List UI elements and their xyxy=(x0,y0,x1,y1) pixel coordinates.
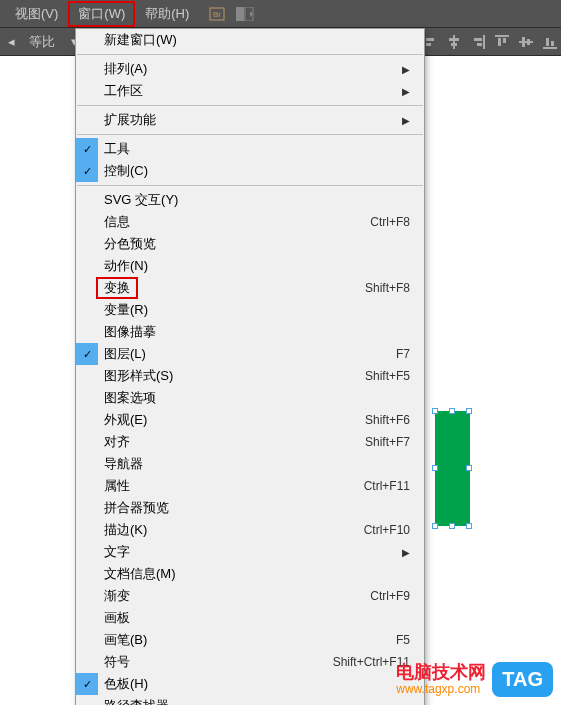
menubar: 视图(V) 窗口(W) 帮助(H) Br xyxy=(0,0,561,28)
svg-rect-14 xyxy=(498,38,501,46)
selection-handle[interactable] xyxy=(432,523,438,529)
menu-extensions[interactable]: 扩展功能▶ xyxy=(76,109,424,131)
svg-rect-16 xyxy=(519,41,533,43)
menu-swatches[interactable]: ✓色板(H) xyxy=(76,673,424,695)
menu-info[interactable]: 信息Ctrl+F8 xyxy=(76,211,424,233)
menu-shortcut: Ctrl+F10 xyxy=(364,523,410,537)
align-bottom-icon[interactable] xyxy=(539,31,561,53)
checkmark-icon: ✓ xyxy=(76,673,98,695)
chevron-right-icon: ▶ xyxy=(402,86,410,97)
selection-handle[interactable] xyxy=(466,523,472,529)
svg-rect-10 xyxy=(483,35,485,49)
align-vcenter-icon[interactable] xyxy=(515,31,537,53)
watermark-text: 电脑技术网 xyxy=(396,663,486,683)
menu-graphic-styles[interactable]: 图形样式(S)Shift+F5 xyxy=(76,365,424,387)
svg-rect-19 xyxy=(543,47,557,49)
menu-shortcut: Shift+F8 xyxy=(365,281,410,295)
menu-separator xyxy=(77,134,423,135)
menu-separator xyxy=(77,54,423,55)
selection-handle[interactable] xyxy=(449,408,455,414)
menu-workspace[interactable]: 工作区▶ xyxy=(76,80,424,102)
selection-handle[interactable] xyxy=(432,408,438,414)
watermark: 电脑技术网 www.tagxp.com TAG xyxy=(396,662,553,697)
svg-rect-17 xyxy=(522,37,525,47)
menu-gradient[interactable]: 渐变Ctrl+F9 xyxy=(76,585,424,607)
menu-svg-interact[interactable]: SVG 交互(Y) xyxy=(76,189,424,211)
menu-variables[interactable]: 变量(R) xyxy=(76,299,424,321)
selection-handle[interactable] xyxy=(449,523,455,529)
selection-handle[interactable] xyxy=(432,465,438,471)
menu-control[interactable]: ✓控制(C) xyxy=(76,160,424,182)
toolbar-proportional-label[interactable]: 等比 xyxy=(23,31,61,53)
menu-shortcut: Ctrl+F8 xyxy=(370,215,410,229)
menu-actions[interactable]: 动作(N) xyxy=(76,255,424,277)
checkmark-icon: ✓ xyxy=(76,343,98,365)
menu-shortcut: F7 xyxy=(396,347,410,361)
menu-separator xyxy=(77,185,423,186)
menu-transform[interactable]: 变换Shift+F8 xyxy=(76,277,424,299)
menu-help[interactable]: 帮助(H) xyxy=(135,1,199,27)
window-menu: 新建窗口(W) 排列(A)▶ 工作区▶ 扩展功能▶ ✓工具 ✓控制(C) SVG… xyxy=(75,28,425,705)
menu-doc-info[interactable]: 文档信息(M) xyxy=(76,563,424,585)
menu-stroke[interactable]: 描边(K)Ctrl+F10 xyxy=(76,519,424,541)
menu-shortcut: Ctrl+F11 xyxy=(364,479,410,493)
menu-separator xyxy=(77,105,423,106)
menu-layers[interactable]: ✓图层(L)F7 xyxy=(76,343,424,365)
toolbar-dropdown-prefix: ◂ xyxy=(2,32,21,51)
menu-tools[interactable]: ✓工具 xyxy=(76,138,424,160)
watermark-tag: TAG xyxy=(492,662,553,697)
svg-rect-20 xyxy=(546,38,549,46)
menu-attributes[interactable]: 属性Ctrl+F11 xyxy=(76,475,424,497)
selected-rectangle[interactable] xyxy=(435,411,470,526)
align-right-icon[interactable] xyxy=(467,31,489,53)
watermark-url: www.tagxp.com xyxy=(396,682,486,696)
svg-rect-18 xyxy=(527,39,530,45)
checkmark-icon: ✓ xyxy=(76,160,98,182)
checkmark-icon: ✓ xyxy=(76,138,98,160)
menu-new-window[interactable]: 新建窗口(W) xyxy=(76,29,424,51)
svg-text:Br: Br xyxy=(213,10,221,19)
menu-flattener-preview[interactable]: 拼合器预览 xyxy=(76,497,424,519)
menu-artboards[interactable]: 画板 xyxy=(76,607,424,629)
menu-brushes[interactable]: 画笔(B)F5 xyxy=(76,629,424,651)
bridge-icon[interactable]: Br xyxy=(207,4,227,24)
menu-shortcut: F5 xyxy=(396,633,410,647)
menu-pattern-options[interactable]: 图案选项 xyxy=(76,387,424,409)
menu-appearance[interactable]: 外观(E)Shift+F6 xyxy=(76,409,424,431)
menu-window[interactable]: 窗口(W) xyxy=(68,1,135,27)
menu-separation-preview[interactable]: 分色预览 xyxy=(76,233,424,255)
svg-rect-6 xyxy=(426,43,431,46)
svg-rect-21 xyxy=(551,41,554,46)
menu-text[interactable]: 文字▶ xyxy=(76,541,424,563)
svg-rect-15 xyxy=(503,38,506,43)
menu-shortcut: Ctrl+F9 xyxy=(370,589,410,603)
svg-rect-2 xyxy=(236,7,244,21)
menu-shortcut: Shift+F5 xyxy=(365,369,410,383)
selection-handle[interactable] xyxy=(466,465,472,471)
menu-symbols[interactable]: 符号Shift+Ctrl+F11 xyxy=(76,651,424,673)
menu-view[interactable]: 视图(V) xyxy=(5,1,68,27)
menu-truncated[interactable]: 路径查找器 xyxy=(76,695,424,705)
svg-rect-12 xyxy=(477,43,482,46)
menu-navigator[interactable]: 导航器 xyxy=(76,453,424,475)
align-top-icon[interactable] xyxy=(491,31,513,53)
chevron-right-icon: ▶ xyxy=(402,115,410,126)
svg-rect-13 xyxy=(495,35,509,37)
svg-rect-9 xyxy=(451,43,457,46)
chevron-right-icon: ▶ xyxy=(402,547,410,558)
menu-shortcut: Shift+F7 xyxy=(365,435,410,449)
align-hcenter-icon[interactable] xyxy=(443,31,465,53)
menu-align[interactable]: 对齐Shift+F7 xyxy=(76,431,424,453)
menu-arrange[interactable]: 排列(A)▶ xyxy=(76,58,424,80)
svg-rect-8 xyxy=(449,38,459,41)
menu-image-trace[interactable]: 图像描摹 xyxy=(76,321,424,343)
menu-shortcut: Shift+F6 xyxy=(365,413,410,427)
svg-rect-7 xyxy=(453,35,455,49)
svg-rect-11 xyxy=(474,38,482,41)
chevron-right-icon: ▶ xyxy=(402,64,410,75)
svg-rect-5 xyxy=(426,38,434,41)
selection-handle[interactable] xyxy=(466,408,472,414)
arrange-docs-icon[interactable] xyxy=(235,4,255,24)
